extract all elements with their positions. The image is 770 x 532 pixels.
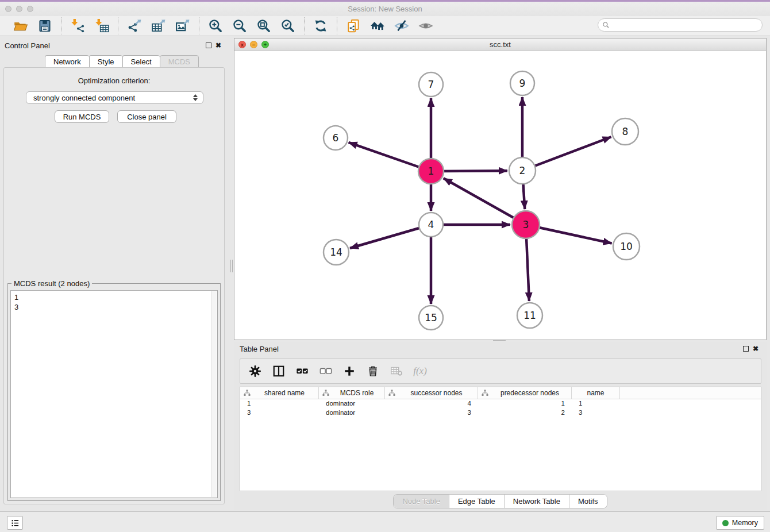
task-list-icon	[10, 519, 20, 527]
mcds-result-title: MCDS result (2 nodes)	[11, 279, 92, 288]
window-title: Session: New Session	[0, 5, 770, 13]
criterion-selected-value: strongly connected component	[33, 94, 135, 102]
show-columns-icon[interactable]	[272, 364, 286, 379]
graph-node-4[interactable]: 4	[419, 213, 443, 237]
status-bar: Memory	[0, 511, 770, 532]
clone-network-icon[interactable]	[345, 18, 361, 34]
table-row[interactable]: 1dominator411	[240, 399, 761, 408]
table-cell[interactable]: 1	[240, 399, 319, 408]
graph-node-1[interactable]: 1	[418, 159, 444, 184]
result-line: 1	[14, 292, 214, 302]
svg-text:9: 9	[519, 78, 526, 89]
svg-text:3: 3	[523, 219, 529, 230]
table-cell[interactable]: 1	[478, 399, 572, 408]
open-session-icon[interactable]	[13, 18, 29, 34]
close-panel-button[interactable]: Close panel	[117, 110, 176, 123]
search-input[interactable]	[610, 20, 762, 30]
control-panel: Control Panel ✖ NetworkStyleSelectMCDS O…	[0, 36, 228, 511]
tab-edge-table[interactable]: Edge Table	[449, 495, 505, 508]
table-cell[interactable]: 3	[385, 408, 478, 418]
tab-node-table[interactable]: Node Table	[394, 495, 449, 508]
memory-status-dot	[722, 520, 729, 526]
svg-text:8: 8	[622, 126, 629, 137]
control-panel-float-icon[interactable]	[206, 43, 211, 48]
zoom-fit-icon[interactable]	[256, 18, 272, 34]
titlebar: Session: New Session	[0, 2, 770, 16]
memory-button[interactable]: Memory	[716, 516, 764, 530]
deselect-all-icon[interactable]	[319, 364, 333, 379]
table-panel-float-icon[interactable]	[743, 346, 749, 352]
table-cell[interactable]: 1	[572, 399, 620, 408]
table-panel-close-icon[interactable]: ✖	[753, 346, 759, 352]
export-network-icon[interactable]	[126, 18, 143, 34]
svg-text:2: 2	[519, 165, 526, 176]
first-neighbors-icon[interactable]	[369, 18, 386, 34]
delete-column-icon[interactable]	[366, 364, 380, 379]
select-all-icon[interactable]	[295, 364, 309, 379]
tab-style[interactable]: Style	[89, 55, 122, 68]
result-scrollbar[interactable]	[211, 291, 217, 497]
table-cell[interactable]: 3	[572, 408, 620, 418]
app-window: Session: New Session Control Panel ✖ Net…	[0, 0, 770, 532]
network-frame-titlebar: x−+ scc.txt	[234, 38, 766, 51]
apply-layout-icon[interactable]	[313, 18, 329, 34]
tab-motifs[interactable]: Motifs	[569, 495, 607, 508]
network-graph: 7968124314101511	[234, 51, 766, 340]
graph-node-2[interactable]: 2	[509, 157, 536, 184]
graph-edge-2-8[interactable]	[522, 137, 611, 171]
column-header-MCDS-role[interactable]: MCDS role	[319, 387, 385, 399]
hide-selected-icon[interactable]	[394, 18, 410, 34]
export-image-icon[interactable]	[175, 18, 191, 34]
run-mcds-button[interactable]: Run MCDS	[55, 110, 109, 123]
column-tree-icon	[482, 390, 488, 396]
graph-node-10[interactable]: 10	[613, 233, 640, 260]
graph-node-6[interactable]: 6	[324, 126, 348, 150]
add-column-icon[interactable]	[342, 364, 356, 379]
network-canvas[interactable]: 7968124314101511	[234, 51, 766, 340]
zoom-in-icon[interactable]	[207, 18, 224, 34]
table-row[interactable]: 3dominator323	[240, 408, 761, 418]
graph-node-11[interactable]: 11	[517, 303, 542, 328]
table-cell[interactable]: dominator	[319, 408, 385, 418]
table-cell[interactable]: 2	[478, 408, 572, 418]
graph-node-14[interactable]: 14	[324, 240, 349, 265]
save-session-icon[interactable]	[37, 18, 53, 34]
graph-node-9[interactable]: 9	[510, 71, 534, 95]
task-history-button[interactable]	[7, 516, 23, 530]
zoom-selected-icon[interactable]	[280, 18, 296, 34]
tab-network[interactable]: Network	[45, 55, 89, 68]
table-mode-gear-icon[interactable]	[248, 364, 262, 379]
svg-text:4: 4	[428, 219, 434, 230]
zoom-out-icon[interactable]	[232, 18, 248, 34]
column-header-shared-name[interactable]: shared name	[240, 387, 319, 399]
vertical-splitter-grip[interactable]	[229, 260, 233, 272]
graph-node-3[interactable]: 3	[512, 211, 540, 238]
import-network-icon[interactable]	[70, 18, 86, 34]
network-frame-title: scc.txt	[234, 40, 766, 49]
mcds-result-box: MCDS result (2 nodes) 13	[7, 283, 221, 501]
column-header-successor-nodes[interactable]: successor nodes	[385, 387, 478, 399]
table-cell[interactable]: dominator	[319, 399, 385, 408]
select-stepper-icon	[193, 94, 198, 101]
column-header-predecessor-nodes[interactable]: predecessor nodes	[478, 387, 572, 399]
show-hidden-icon	[418, 18, 434, 34]
control-panel-title: Control Panel	[5, 41, 50, 50]
graph-node-15[interactable]: 15	[419, 306, 443, 330]
tab-mcds[interactable]: MCDS	[160, 55, 199, 68]
graph-node-7[interactable]: 7	[419, 72, 443, 97]
table-cell[interactable]: 4	[385, 399, 478, 408]
svg-text:7: 7	[428, 79, 434, 90]
table-cell[interactable]: 3	[240, 408, 319, 418]
svg-text:6: 6	[333, 132, 339, 144]
svg-text:10: 10	[620, 241, 633, 252]
control-panel-close-icon[interactable]: ✖	[215, 43, 221, 48]
tab-select[interactable]: Select	[122, 55, 160, 68]
export-table-icon[interactable]	[151, 18, 167, 34]
network-view-frame: x−+ scc.txt 7968124314101511	[234, 38, 767, 340]
mcds-result-text[interactable]: 13	[10, 290, 218, 498]
criterion-select[interactable]: strongly connected component	[26, 91, 203, 104]
tab-network-table[interactable]: Network Table	[505, 495, 569, 508]
import-table-icon[interactable]	[94, 18, 110, 34]
graph-node-8[interactable]: 8	[612, 118, 638, 145]
column-header-name[interactable]: name	[572, 387, 620, 399]
